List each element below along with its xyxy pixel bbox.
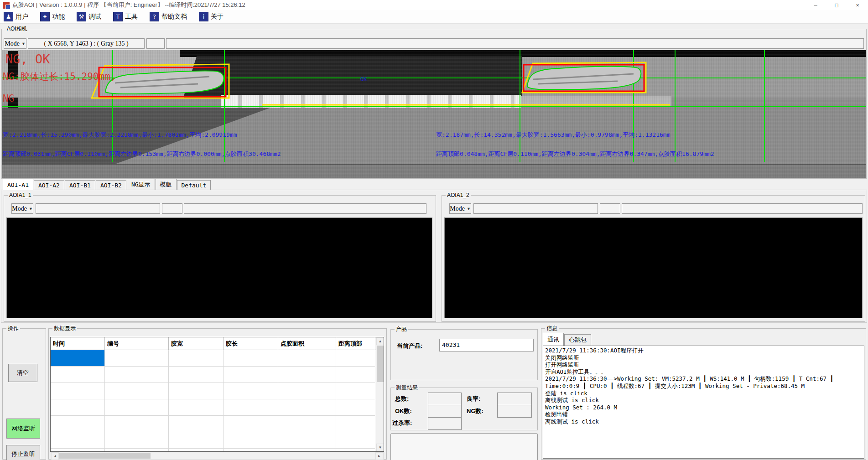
table-cell[interactable] xyxy=(278,399,336,416)
table-cell[interactable] xyxy=(169,432,223,449)
gear-icon: ✦ xyxy=(40,12,50,21)
column-header-6[interactable]: 距离顶部 xyxy=(336,337,375,350)
info-tab-comm[interactable]: 通讯 xyxy=(543,333,564,346)
table-cell[interactable] xyxy=(169,416,223,432)
table-cell[interactable] xyxy=(223,449,278,452)
clear-button[interactable]: 清空 xyxy=(8,364,37,382)
horizontal-scroll-thumb[interactable] xyxy=(59,453,151,459)
aoia1-2-image-viewport[interactable] xyxy=(444,217,863,318)
table-cell[interactable] xyxy=(169,367,223,383)
wrench-icon: ⚒ xyxy=(77,12,86,21)
table-cell[interactable] xyxy=(278,350,336,367)
aoia1-2-mode-dropdown[interactable]: Mode ▼ xyxy=(449,203,471,214)
table-cell[interactable] xyxy=(223,399,278,416)
table-cell[interactable] xyxy=(169,383,223,399)
column-header-3[interactable]: 胶宽 xyxy=(169,337,223,350)
table-cell[interactable] xyxy=(51,350,105,367)
table-cell[interactable] xyxy=(336,432,375,449)
table-cell[interactable] xyxy=(223,383,278,399)
table-cell[interactable] xyxy=(105,432,169,449)
minimize-button[interactable]: — xyxy=(805,0,826,10)
table-cell[interactable] xyxy=(223,367,278,383)
tab-aoi-b2[interactable]: AOI-B2 xyxy=(96,180,126,190)
table-cell[interactable] xyxy=(278,449,336,452)
right-stats-line1: 宽:2.187mm,长:14.352mm,最大胶宽:1.5663mm,最小:0.… xyxy=(436,131,670,139)
aoia1-2-field-2 xyxy=(600,203,620,214)
info-group-label: 信息 xyxy=(545,325,559,331)
table-cell[interactable] xyxy=(169,449,223,452)
tab-ng-[interactable]: NG显示 xyxy=(127,179,155,190)
aoia1-1-image-viewport[interactable] xyxy=(6,217,432,318)
tab-default[interactable]: Default xyxy=(177,180,211,190)
table-horizontal-scrollbar[interactable]: ◄ ► xyxy=(51,452,384,460)
table-cell[interactable] xyxy=(336,383,375,399)
scroll-left-icon[interactable]: ◄ xyxy=(51,452,59,460)
current-product-label: 当前产品: xyxy=(397,342,422,350)
camera-aux-field-1 xyxy=(146,38,165,49)
close-button[interactable]: ✕ xyxy=(847,0,868,10)
current-product-input[interactable]: 40231 xyxy=(439,339,534,351)
scroll-right-icon[interactable]: ► xyxy=(375,452,383,460)
table-vertical-scrollbar[interactable]: ▲ ▼ xyxy=(376,337,384,451)
camera-mode-dropdown[interactable]: Mode ▼ xyxy=(4,38,26,49)
table-cell[interactable] xyxy=(51,432,105,449)
log-line: Time:0:0:9 ┃ CPU:0 ┃ 线程数:67 ┃ 提交大小:123M … xyxy=(545,382,862,390)
info-tab-heartbeat[interactable]: 心跳包 xyxy=(564,334,591,346)
table-cell[interactable] xyxy=(336,399,375,416)
scroll-down-icon[interactable]: ▼ xyxy=(376,444,384,451)
camera-image-viewport[interactable]: NG, OK NG:胶体过长:15.290mm, NG OK 宽:2.218mm… xyxy=(2,50,866,178)
table-cell[interactable] xyxy=(105,383,169,399)
table-row xyxy=(51,432,376,449)
table-cell[interactable] xyxy=(169,399,223,416)
table-cell[interactable] xyxy=(105,416,169,432)
table-cell[interactable] xyxy=(51,367,105,383)
stop-listen-button[interactable]: 停止监听 xyxy=(6,445,40,460)
toolbar-user-button[interactable]: ♟用户 xyxy=(4,12,28,21)
tab-aoi-a1[interactable]: AOI-A1 xyxy=(3,179,33,190)
table-cell[interactable] xyxy=(51,449,105,452)
table-cell[interactable] xyxy=(336,350,375,367)
communication-log[interactable]: 2021/7/29 11:36:30:AOI程序打开关闭网络监听打开网络监听开启… xyxy=(543,346,864,459)
table-cell[interactable] xyxy=(223,350,278,367)
table-cell[interactable] xyxy=(336,367,375,383)
tab-aoi-b1[interactable]: AOI-B1 xyxy=(65,180,95,190)
table-cell[interactable] xyxy=(278,432,336,449)
table-cell[interactable] xyxy=(278,383,336,399)
maximize-button[interactable]: □ xyxy=(826,0,847,10)
table-cell[interactable] xyxy=(105,350,169,367)
table-cell[interactable] xyxy=(278,416,336,432)
column-header-4[interactable]: 胶长 xyxy=(223,337,278,350)
toolbar-gear-button[interactable]: ✦功能 xyxy=(40,12,65,21)
table-cell[interactable] xyxy=(51,416,105,432)
tab-aoi-a2[interactable]: AOI-A2 xyxy=(34,180,64,190)
table-cell[interactable] xyxy=(169,350,223,367)
total-value-box xyxy=(428,393,462,405)
table-cell[interactable] xyxy=(51,399,105,416)
camera-overlay-graphics xyxy=(2,50,866,178)
toolbar-tool-button[interactable]: T工具 xyxy=(113,12,138,21)
table-cell[interactable] xyxy=(223,416,278,432)
tab--[interactable]: 模版 xyxy=(156,179,177,190)
table-cell[interactable] xyxy=(105,399,169,416)
table-cell[interactable] xyxy=(105,367,169,383)
table-cell[interactable] xyxy=(105,449,169,452)
column-header-2[interactable]: 编号 xyxy=(105,337,169,350)
toolbar-help-button[interactable]: ?帮助文档 xyxy=(150,12,187,21)
table-cell[interactable] xyxy=(223,432,278,449)
table-cell[interactable] xyxy=(51,383,105,399)
log-line: 检测出错 xyxy=(545,411,862,418)
scroll-up-icon[interactable]: ▲ xyxy=(376,337,384,345)
ok-flag: OK xyxy=(360,76,367,83)
column-header-5[interactable]: 点胶面积 xyxy=(278,337,336,350)
column-header-1[interactable]: 时间 xyxy=(51,337,105,350)
table-cell[interactable] xyxy=(336,416,375,432)
toolbar-about-button[interactable]: i关于 xyxy=(199,12,223,21)
chevron-down-icon: ▼ xyxy=(467,207,471,211)
table-cell[interactable] xyxy=(278,367,336,383)
table-cell[interactable] xyxy=(336,449,375,452)
aoia1-1-mode-dropdown[interactable]: Mode ▼ xyxy=(11,203,33,214)
aoia1-2-mode-label: Mode xyxy=(450,205,465,212)
toolbar-wrench-button[interactable]: ⚒调试 xyxy=(77,12,101,21)
net-listen-button[interactable]: 网络监听 xyxy=(6,419,40,439)
vertical-scroll-thumb[interactable] xyxy=(377,346,384,382)
